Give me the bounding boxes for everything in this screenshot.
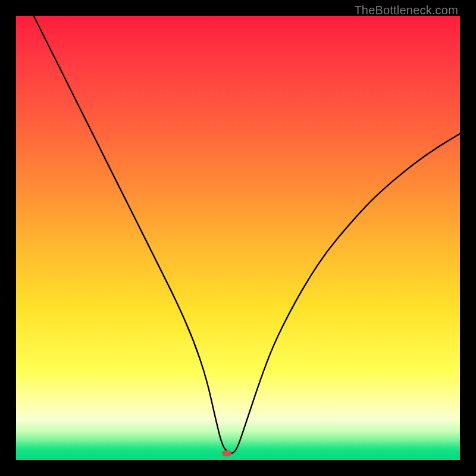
bottleneck-curve (16, 16, 460, 460)
watermark-label: TheBottleneck.com (354, 4, 458, 17)
chart-frame: TheBottleneck.com (0, 0, 476, 476)
optimal-point-marker (222, 450, 231, 456)
plot-area (16, 16, 460, 460)
